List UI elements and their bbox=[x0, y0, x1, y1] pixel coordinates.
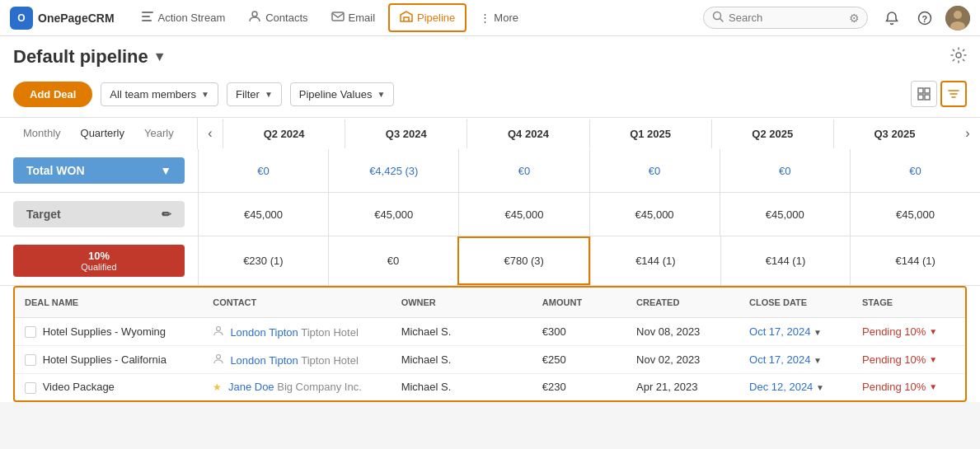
deals-table: DEAL NAME CONTACT OWNER AMOUNT CREATED C… bbox=[13, 286, 967, 402]
tab-quarterly[interactable]: Quarterly bbox=[71, 119, 134, 149]
pipeline-icon bbox=[400, 10, 413, 26]
qualified-percent: 10% bbox=[88, 250, 110, 262]
nav-pipeline[interactable]: Pipeline bbox=[388, 3, 467, 32]
svg-rect-15 bbox=[918, 95, 923, 100]
qualified-row: 10% Qualified €230 (1) €0 €780 (3) €144 … bbox=[0, 236, 980, 286]
deal-name-2[interactable]: Hotel Supplies - California bbox=[15, 347, 203, 373]
total-won-q3-2025[interactable]: €0 bbox=[850, 149, 980, 192]
prev-quarter-button[interactable]: ‹ bbox=[198, 118, 223, 149]
quarter-q3-2025: Q3 2025 bbox=[833, 119, 955, 148]
quarter-q3-2024: Q3 2024 bbox=[345, 119, 467, 148]
deal-stage-2[interactable]: Pending 10% ▼ bbox=[852, 347, 965, 372]
next-quarter-button[interactable]: › bbox=[955, 118, 980, 149]
period-tabs: Monthly Quarterly Yearly bbox=[0, 118, 198, 149]
tab-yearly[interactable]: Yearly bbox=[134, 119, 184, 149]
deal-stage-3[interactable]: Pending 10% ▼ bbox=[852, 374, 965, 400]
deals-table-header: DEAL NAME CONTACT OWNER AMOUNT CREATED C… bbox=[15, 288, 965, 318]
qualified-q2-2025[interactable]: €144 (1) bbox=[720, 236, 851, 285]
total-won-text: Total WON bbox=[26, 164, 85, 177]
search-input[interactable] bbox=[729, 12, 844, 24]
nav-more[interactable]: ⋮ More bbox=[470, 7, 528, 29]
deal-checkbox-3[interactable] bbox=[25, 382, 36, 394]
target-q2-2024: €45,000 bbox=[198, 193, 328, 236]
main-content: Default pipeline ▼ Add Deal All team mem… bbox=[0, 36, 980, 402]
team-members-arrow-icon: ▼ bbox=[201, 90, 209, 99]
deal-amount-2: €250 bbox=[532, 347, 626, 372]
target-label: Target ✏ bbox=[13, 201, 185, 227]
tab-monthly[interactable]: Monthly bbox=[13, 119, 71, 149]
deal-close-date-2[interactable]: Oct 17, 2024 ▼ bbox=[739, 347, 852, 372]
filter-view-button[interactable] bbox=[940, 81, 967, 107]
svg-text:?: ? bbox=[922, 13, 928, 23]
help-icon[interactable]: ? bbox=[912, 6, 937, 30]
grid-view-button[interactable] bbox=[911, 81, 937, 107]
deal-created-3: Apr 21, 2023 bbox=[626, 374, 739, 400]
add-deal-button[interactable]: Add Deal bbox=[13, 82, 92, 107]
settings-icon[interactable] bbox=[950, 47, 967, 68]
page-header: Default pipeline ▼ bbox=[0, 36, 980, 74]
quarter-q4-2024: Q4 2024 bbox=[467, 119, 588, 148]
target-edit-icon[interactable]: ✏ bbox=[162, 208, 171, 221]
action-stream-icon bbox=[141, 10, 154, 26]
deal-checkbox-2[interactable] bbox=[25, 354, 36, 366]
close-date-arrow-icon-3: ▼ bbox=[816, 383, 824, 392]
notifications-icon[interactable] bbox=[879, 6, 904, 30]
svg-rect-0 bbox=[142, 12, 153, 13]
brand-name: OnePageCRM bbox=[38, 12, 115, 25]
deal-checkbox-1[interactable] bbox=[25, 326, 36, 338]
team-members-dropdown[interactable]: All team members ▼ bbox=[101, 82, 218, 106]
deal-amount-3: €230 bbox=[532, 374, 626, 400]
nav-contacts[interactable]: Contacts bbox=[238, 5, 317, 30]
pipeline-values-dropdown[interactable]: Pipeline Values ▼ bbox=[290, 82, 395, 106]
qualified-q4-2024[interactable]: €780 (3) bbox=[457, 236, 590, 285]
target-q3-2024: €45,000 bbox=[328, 193, 458, 236]
qualified-q1-2025[interactable]: €144 (1) bbox=[590, 236, 720, 285]
deal-name-1[interactable]: Hotel Supplies - Wyoming bbox=[15, 319, 203, 345]
deal-name-3[interactable]: Video Package bbox=[15, 374, 203, 400]
deal-stage-1[interactable]: Pending 10% ▼ bbox=[852, 319, 965, 344]
deal-created-2: Nov 02, 2023 bbox=[626, 347, 739, 372]
svg-rect-4 bbox=[332, 12, 344, 21]
quarters-header: ‹ Q2 2024 Q3 2024 Q4 2024 Q1 2025 Q2 202… bbox=[198, 118, 980, 149]
total-won-q2-2025[interactable]: €0 bbox=[720, 149, 850, 192]
total-won-row: Total WON ▼ €0 €4,425 (3) €0 €0 €0 €0 bbox=[0, 149, 980, 193]
filter-dropdown[interactable]: Filter ▼ bbox=[227, 82, 282, 106]
total-won-q3-2024[interactable]: €4,425 (3) bbox=[328, 149, 458, 192]
svg-rect-14 bbox=[925, 88, 930, 93]
search-bar[interactable]: ⚙ bbox=[703, 7, 868, 29]
company-3: Big Company Inc. bbox=[277, 381, 362, 393]
stage-arrow-icon-3: ▼ bbox=[929, 382, 937, 391]
pipeline-dropdown-arrow[interactable]: ▼ bbox=[153, 49, 166, 64]
qualified-label[interactable]: 10% Qualified bbox=[13, 245, 185, 277]
svg-point-18 bbox=[217, 355, 221, 359]
deal-close-date-3[interactable]: Dec 12, 2024 ▼ bbox=[739, 374, 852, 400]
qualified-q3-2024[interactable]: €0 bbox=[328, 236, 458, 285]
total-won-dropdown-icon[interactable]: ▼ bbox=[160, 164, 171, 177]
qualified-q3-2025[interactable]: €144 (1) bbox=[850, 236, 980, 285]
col-owner: OWNER bbox=[392, 294, 532, 311]
avatar[interactable] bbox=[945, 6, 970, 30]
nav-action-stream[interactable]: Action Stream bbox=[131, 5, 236, 30]
table-row: Video Package ★ Jane Doe Big Company Inc… bbox=[15, 374, 965, 400]
stage-arrow-icon-1: ▼ bbox=[929, 327, 937, 336]
total-won-q2-2024[interactable]: €0 bbox=[198, 149, 328, 192]
nav-logo[interactable]: O OnePageCRM bbox=[10, 7, 115, 30]
svg-point-12 bbox=[956, 53, 961, 58]
email-icon bbox=[331, 10, 345, 26]
target-q1-2025: €45,000 bbox=[589, 193, 720, 236]
total-won-label[interactable]: Total WON ▼ bbox=[13, 157, 185, 184]
total-won-q1-2025[interactable]: €0 bbox=[589, 149, 720, 192]
target-values: €45,000 €45,000 €45,000 €45,000 €45,000 … bbox=[198, 193, 980, 236]
more-label: More bbox=[494, 12, 518, 24]
qualified-q2-2024[interactable]: €230 (1) bbox=[198, 236, 328, 285]
col-stage: STAGE bbox=[852, 294, 965, 311]
total-won-q4-2024[interactable]: €0 bbox=[458, 149, 588, 192]
deal-close-date-1[interactable]: Oct 17, 2024 ▼ bbox=[739, 319, 852, 344]
nav-icons: ? bbox=[879, 6, 970, 30]
contact-star-icon-3: ★ bbox=[213, 381, 222, 393]
page-title-area: Default pipeline ▼ bbox=[13, 46, 166, 68]
search-filter-icon[interactable]: ⚙ bbox=[849, 12, 860, 25]
svg-point-17 bbox=[217, 327, 221, 331]
nav-email[interactable]: Email bbox=[321, 5, 386, 30]
pipeline-label: Pipeline bbox=[417, 12, 455, 24]
